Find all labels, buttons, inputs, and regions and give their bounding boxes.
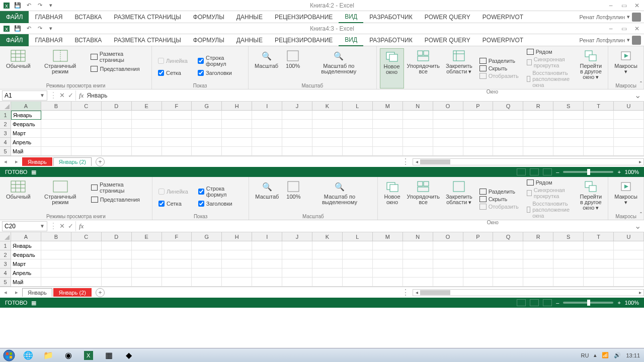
cell[interactable] bbox=[192, 250, 222, 259]
cancel-formula-icon[interactable]: ✕ bbox=[59, 92, 65, 99]
view-pagebreak-icon[interactable] bbox=[543, 299, 552, 306]
macros-button[interactable]: Макросы▾ bbox=[611, 179, 640, 205]
minimize-icon[interactable]: – bbox=[607, 25, 615, 33]
cell[interactable] bbox=[403, 147, 433, 156]
cell[interactable] bbox=[222, 138, 252, 147]
view-pagelayout-icon[interactable] bbox=[530, 168, 539, 175]
cell[interactable] bbox=[343, 138, 373, 147]
cell[interactable] bbox=[463, 268, 494, 278]
row-header[interactable]: 1 bbox=[0, 111, 11, 120]
cell[interactable] bbox=[162, 147, 192, 156]
view-normal-button[interactable]: Обычный bbox=[3, 48, 34, 74]
chk-formula-bar[interactable]: Строка формул bbox=[195, 185, 246, 199]
cell[interactable] bbox=[312, 241, 343, 250]
cell[interactable] bbox=[162, 259, 192, 268]
cell[interactable] bbox=[433, 129, 463, 138]
cell[interactable] bbox=[192, 129, 222, 138]
cell[interactable] bbox=[192, 278, 222, 287]
cell[interactable] bbox=[523, 138, 553, 147]
view-pagebreak-button[interactable]: Страничный режим bbox=[34, 48, 87, 74]
cell[interactable] bbox=[252, 259, 282, 268]
cell[interactable] bbox=[373, 120, 403, 129]
cell[interactable] bbox=[222, 111, 252, 120]
cell[interactable] bbox=[373, 129, 403, 138]
cell[interactable] bbox=[403, 120, 433, 129]
cell[interactable] bbox=[614, 241, 644, 250]
cell[interactable] bbox=[132, 268, 162, 278]
cell[interactable] bbox=[584, 111, 614, 120]
cell[interactable]: Апрель bbox=[11, 138, 41, 147]
cell[interactable] bbox=[71, 259, 102, 268]
cell[interactable] bbox=[312, 268, 343, 278]
cell[interactable] bbox=[463, 259, 494, 268]
cell[interactable] bbox=[312, 278, 343, 287]
cell[interactable] bbox=[403, 111, 433, 120]
cell[interactable] bbox=[132, 241, 162, 250]
cell[interactable] bbox=[343, 129, 373, 138]
cell[interactable] bbox=[493, 147, 523, 156]
enter-formula-icon[interactable]: ✓ bbox=[68, 92, 73, 99]
cancel-formula-icon[interactable]: ✕ bbox=[59, 222, 65, 230]
zoom-out-icon[interactable]: – bbox=[556, 169, 559, 175]
cell[interactable] bbox=[553, 129, 584, 138]
cell[interactable] bbox=[252, 268, 282, 278]
add-sheet-button[interactable]: + bbox=[96, 157, 105, 166]
row-header[interactable]: 2 bbox=[0, 250, 11, 259]
cell[interactable] bbox=[282, 250, 312, 259]
cell[interactable] bbox=[433, 138, 463, 147]
collapse-ribbon-icon[interactable]: ˆ bbox=[640, 212, 642, 219]
h-scrollbar[interactable]: ◂▸ bbox=[413, 158, 644, 165]
zoom-button[interactable]: 🔍Масштаб bbox=[252, 48, 281, 74]
cell[interactable] bbox=[553, 241, 584, 250]
new-window-button[interactable]: Новое окно bbox=[380, 48, 404, 88]
hide-button[interactable]: Скрыть bbox=[477, 65, 521, 72]
start-button[interactable] bbox=[0, 348, 18, 363]
cell[interactable] bbox=[192, 268, 222, 278]
cell[interactable]: Май bbox=[11, 147, 41, 156]
zoom-level[interactable]: 100% bbox=[625, 169, 639, 175]
hide-button[interactable]: Скрыть bbox=[477, 196, 521, 203]
cell[interactable] bbox=[102, 147, 132, 156]
cell[interactable] bbox=[493, 138, 523, 147]
cell[interactable] bbox=[102, 129, 132, 138]
cell[interactable] bbox=[192, 147, 222, 156]
cell[interactable] bbox=[553, 259, 584, 268]
tab-powerquery[interactable]: POWER QUERY bbox=[419, 11, 476, 23]
cell[interactable] bbox=[312, 147, 343, 156]
cell[interactable] bbox=[584, 120, 614, 129]
cell[interactable] bbox=[403, 250, 433, 259]
cell[interactable] bbox=[463, 147, 494, 156]
cell[interactable] bbox=[463, 241, 494, 250]
cell[interactable] bbox=[614, 268, 644, 278]
cell[interactable] bbox=[312, 111, 343, 120]
cell[interactable] bbox=[192, 120, 222, 129]
cell[interactable] bbox=[463, 250, 494, 259]
macro-record-icon[interactable]: ▦ bbox=[31, 300, 36, 306]
row-header[interactable]: 3 bbox=[0, 129, 11, 138]
cell[interactable] bbox=[584, 147, 614, 156]
cell[interactable] bbox=[493, 268, 523, 278]
cell[interactable] bbox=[403, 129, 433, 138]
cell[interactable] bbox=[222, 268, 252, 278]
cell[interactable] bbox=[282, 147, 312, 156]
cell[interactable] bbox=[132, 129, 162, 138]
arrange-all-button[interactable]: Упорядочить все bbox=[404, 48, 443, 88]
cell[interactable] bbox=[523, 120, 553, 129]
cell[interactable] bbox=[192, 259, 222, 268]
cell[interactable] bbox=[282, 111, 312, 120]
restore-icon[interactable]: ▭ bbox=[620, 2, 628, 10]
cell[interactable] bbox=[312, 259, 343, 268]
cell[interactable] bbox=[553, 120, 584, 129]
cell[interactable] bbox=[403, 138, 433, 147]
cell[interactable] bbox=[463, 138, 494, 147]
zoom-selection-button[interactable]: 🔍Масштаб по выделенному bbox=[304, 48, 373, 74]
chk-headings[interactable]: Заголовки bbox=[195, 200, 246, 208]
chk-headings[interactable]: Заголовки bbox=[195, 69, 245, 77]
cell[interactable] bbox=[222, 241, 252, 250]
cell[interactable] bbox=[373, 147, 403, 156]
cell[interactable] bbox=[523, 147, 553, 156]
save-icon[interactable]: 💾 bbox=[13, 1, 22, 10]
close-icon[interactable]: ✕ bbox=[633, 25, 641, 33]
cell[interactable] bbox=[553, 138, 584, 147]
cell[interactable] bbox=[132, 278, 162, 287]
